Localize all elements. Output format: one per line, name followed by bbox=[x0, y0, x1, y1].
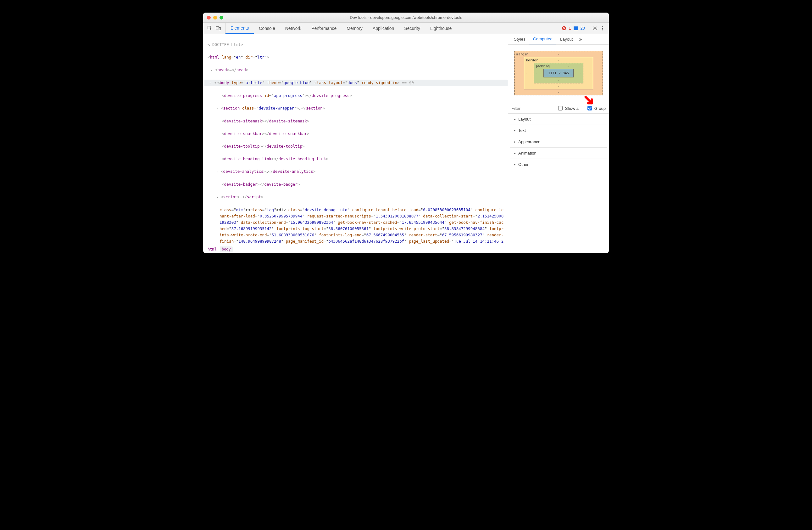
titlebar: DevTools - developers.google.com/web/too… bbox=[203, 13, 609, 23]
box-content-dims: 1171 × 845 bbox=[543, 69, 574, 78]
tab-application[interactable]: Application bbox=[368, 23, 400, 34]
showall-label[interactable]: Show all bbox=[565, 106, 581, 111]
zoom-dot[interactable] bbox=[219, 16, 223, 19]
section-other[interactable]: Other bbox=[510, 159, 607, 170]
side-tab-computed[interactable]: Computed bbox=[529, 34, 556, 44]
tab-console[interactable]: Console bbox=[254, 23, 280, 34]
tab-memory[interactable]: Memory bbox=[342, 23, 368, 34]
breadcrumb-body[interactable]: body bbox=[220, 247, 233, 252]
minimize-dot[interactable] bbox=[213, 16, 217, 19]
filter-input[interactable] bbox=[511, 106, 530, 111]
more-icon[interactable] bbox=[600, 26, 605, 31]
box-margin-label: margin bbox=[517, 52, 528, 56]
side-tab-more-icon[interactable]: » bbox=[577, 34, 585, 44]
window-title: DevTools - developers.google.com/web/too… bbox=[203, 15, 609, 20]
tab-elements[interactable]: Elements bbox=[226, 23, 254, 34]
error-count-icon[interactable]: ✕ bbox=[562, 26, 566, 30]
svg-point-5 bbox=[602, 28, 603, 29]
elements-panel: <!DOCTYPE html> <html lang="en" dir="ltr… bbox=[203, 34, 508, 253]
settings-icon[interactable] bbox=[593, 26, 597, 31]
breadcrumb-html[interactable]: html bbox=[206, 247, 219, 252]
box-model[interactable]: margin - - - - border - - - - padding bbox=[508, 45, 609, 103]
box-padding-label: padding bbox=[536, 64, 550, 68]
side-tab-styles[interactable]: Styles bbox=[510, 34, 529, 44]
main-toolbar: Elements Console Network Performance Mem… bbox=[203, 23, 609, 34]
tab-network[interactable]: Network bbox=[280, 23, 306, 34]
section-text[interactable]: Text bbox=[510, 125, 607, 136]
group-checkbox[interactable] bbox=[588, 106, 592, 110]
main-tabs: Elements Console Network Performance Mem… bbox=[226, 23, 558, 34]
section-appearance[interactable]: Appearance bbox=[510, 136, 607, 148]
svg-point-6 bbox=[602, 29, 603, 30]
inspect-icon[interactable] bbox=[207, 26, 213, 31]
tab-performance[interactable]: Performance bbox=[306, 23, 342, 34]
section-animation[interactable]: Animation bbox=[510, 148, 607, 159]
error-count[interactable]: 1 bbox=[569, 26, 571, 30]
selected-body-node[interactable]: <body type="article" theme="google-blue"… bbox=[204, 80, 508, 86]
message-count[interactable]: 20 bbox=[581, 26, 585, 30]
side-tab-layout[interactable]: Layout bbox=[556, 34, 577, 44]
tab-security[interactable]: Security bbox=[399, 23, 425, 34]
showall-checkbox[interactable] bbox=[558, 106, 563, 110]
device-toggle-icon[interactable] bbox=[216, 26, 221, 31]
svg-point-3 bbox=[594, 27, 596, 29]
message-count-icon[interactable] bbox=[574, 26, 578, 30]
svg-point-4 bbox=[602, 26, 603, 27]
filter-row: Show all Group bbox=[508, 103, 609, 114]
svg-rect-2 bbox=[219, 27, 220, 30]
group-label[interactable]: Group bbox=[594, 106, 606, 111]
close-dot[interactable] bbox=[207, 16, 211, 19]
dom-tree[interactable]: <!DOCTYPE html> <html lang="en" dir="ltr… bbox=[203, 34, 508, 245]
tab-lighthouse[interactable]: Lighthouse bbox=[425, 23, 457, 34]
side-tabs: Styles Computed Layout » bbox=[508, 34, 609, 45]
devtools-window: DevTools - developers.google.com/web/too… bbox=[203, 13, 609, 253]
breadcrumb: html body bbox=[203, 245, 508, 253]
box-border-label: border bbox=[526, 58, 538, 62]
side-panel: Styles Computed Layout » margin - - - - … bbox=[508, 34, 609, 253]
svg-rect-1 bbox=[216, 26, 219, 29]
section-layout[interactable]: Layout bbox=[510, 114, 607, 125]
doctype-node[interactable]: <!DOCTYPE html> bbox=[207, 42, 243, 47]
debug-info-div[interactable]: class="dim"><class="tag">div class="devs… bbox=[204, 207, 508, 245]
